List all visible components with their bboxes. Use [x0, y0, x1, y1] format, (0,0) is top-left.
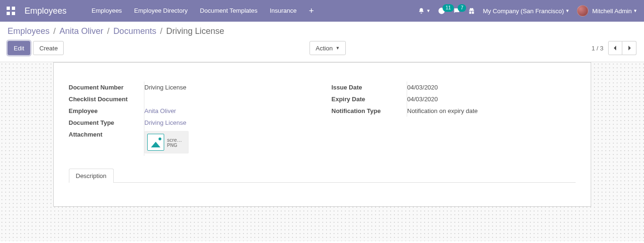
value-employee-link[interactable]: Anita Oliver [144, 107, 176, 114]
value-notification-type: Notification on expiry date [407, 105, 576, 117]
tabs: Description [69, 168, 576, 183]
messages-button[interactable]: 7 [453, 7, 460, 15]
chevron-left-icon [613, 46, 618, 50]
bc-root[interactable]: Employees [8, 26, 50, 36]
breadcrumb: Employees / Anita Oliver / Documents / D… [8, 26, 636, 36]
edit-button[interactable]: Edit [8, 41, 30, 55]
pager-text[interactable]: 1 / 3 [592, 45, 603, 52]
user-name: Mitchell Admin [592, 8, 632, 15]
bc-sep: / [160, 26, 162, 36]
activities-button[interactable]: 11 [438, 7, 445, 15]
attachment-card[interactable]: scre… png [144, 131, 189, 154]
value-document-type-link[interactable]: Driving License [144, 119, 186, 126]
content-area: Document Number Driving License Checklis… [0, 62, 644, 241]
label-document-type: Document Type [69, 117, 144, 129]
messages-badge: 7 [458, 4, 466, 12]
notifications-button[interactable]: ▼ [418, 8, 430, 14]
left-column: Document Number Driving License Checklis… [69, 81, 313, 156]
chevron-right-icon [627, 46, 632, 50]
nav-link-employees[interactable]: Employees [85, 0, 128, 22]
pager: 1 / 3 [592, 41, 636, 55]
label-employee: Employee [69, 105, 144, 117]
action-dropdown[interactable]: Action ▼ [309, 41, 346, 55]
caret-down-icon: ▼ [335, 46, 340, 50]
label-expiry-date: Expiry Date [332, 93, 407, 105]
user-menu[interactable]: Mitchell Admin ▼ [577, 5, 637, 16]
svg-rect-2 [7, 12, 10, 15]
pager-prev-button[interactable] [608, 41, 622, 55]
nav-link-insurance[interactable]: Insurance [264, 0, 303, 22]
nav-link-employee-directory[interactable]: Employee Directory [128, 0, 193, 22]
app-brand[interactable]: Employees [25, 6, 67, 16]
value-expiry-date: 04/03/2020 [407, 93, 576, 105]
bc-employee[interactable]: Anita Oliver [59, 26, 103, 36]
attachment-filename: scre… [167, 137, 182, 143]
top-navbar: Employees Employees Employee Directory D… [0, 0, 644, 22]
label-checklist-document: Checklist Document [69, 93, 144, 105]
label-document-number: Document Number [69, 81, 144, 93]
pager-next-button[interactable] [622, 41, 636, 55]
bc-sep: / [53, 26, 56, 36]
svg-rect-3 [12, 12, 15, 15]
gift-button[interactable] [468, 8, 475, 15]
apps-icon[interactable] [7, 7, 15, 15]
bc-current: Driving License [166, 26, 224, 36]
right-column: Issue Date 04/03/2020 Expiry Date 04/03/… [332, 81, 576, 156]
bell-icon [418, 8, 425, 14]
attachment-ext: png [167, 143, 182, 148]
bc-section[interactable]: Documents [113, 26, 156, 36]
bc-sep: / [107, 26, 109, 36]
create-button[interactable]: Create [33, 41, 64, 55]
action-label: Action [316, 45, 333, 52]
nav-links: Employees Employee Directory Document Te… [85, 0, 320, 22]
nav-link-document-templates[interactable]: Document Templates [194, 0, 264, 22]
svg-rect-0 [7, 7, 10, 10]
svg-rect-1 [12, 7, 15, 10]
label-notification-type: Notification Type [332, 105, 407, 117]
company-switcher[interactable]: My Company (San Francisco) ▼ [483, 8, 569, 15]
label-attachment: Attachment [69, 129, 144, 156]
image-icon [147, 134, 164, 151]
value-checklist-document [144, 93, 313, 105]
company-name: My Company (San Francisco) [483, 8, 564, 15]
value-document-number: Driving License [144, 81, 313, 93]
tab-description[interactable]: Description [69, 169, 114, 183]
value-issue-date: 04/03/2020 [407, 81, 576, 93]
gift-icon [468, 8, 475, 15]
nav-add-icon[interactable]: + [303, 0, 320, 22]
control-panel: Employees / Anita Oliver / Documents / D… [0, 22, 644, 62]
avatar [577, 5, 588, 16]
activities-badge: 11 [443, 4, 453, 12]
label-issue-date: Issue Date [332, 81, 407, 93]
nav-right: ▼ 11 7 My Company (San Francisco) ▼ Mitc… [418, 5, 637, 16]
form-sheet: Document Number Driving License Checklis… [53, 62, 591, 207]
